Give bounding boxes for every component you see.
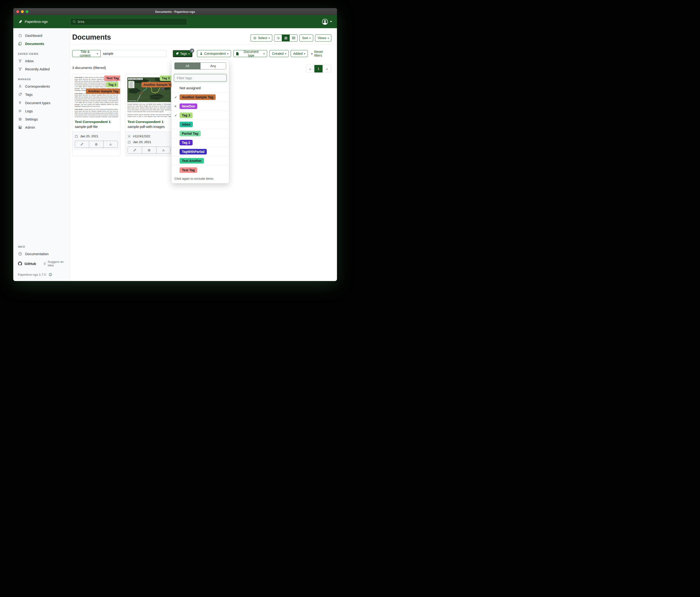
select-button[interactable]: Select ▾ [251,34,272,42]
sidebar-item-github[interactable]: GitHub [18,261,36,266]
sidebar-item-inbox[interactable]: Inbox [13,57,70,65]
sidebar-item-settings[interactable]: Settings [13,115,70,123]
search-field-selector-button[interactable]: Title & content ▾ [72,50,101,57]
view-button[interactable] [89,141,103,147]
pagination-page-1-button[interactable]: 1 [315,65,323,72]
sidebar-item-label: Document types [25,101,50,105]
filter-tags-input[interactable] [174,74,226,81]
sidebar-item-label: Inbox [25,59,34,63]
document-correspondent[interactable]: Test Correspondent 1 [75,120,110,124]
tag-option[interactable]: Test Another [172,157,229,165]
tag-excluded-x-icon: × [174,104,179,108]
tag-option[interactable]: ✓ Another Sample Tag [172,93,229,102]
document-type-filter-button[interactable]: Document type ▾ [233,50,267,57]
download-button[interactable] [104,141,118,147]
tag-option[interactable]: Inbox [172,120,229,129]
tags-filter-button[interactable]: Tags ▾ 3 [173,50,193,57]
sidebar-item-tags[interactable]: Tags [13,90,70,99]
tag-chip: Test Another [179,158,204,164]
sidebar-item-admin[interactable]: Admin [13,123,70,132]
reset-filters-button[interactable]: × Reset filters [311,50,331,57]
edit-button[interactable] [128,147,142,153]
hash-icon: # [18,101,22,105]
sidebar-item-label: Correspondents [25,85,50,88]
asn-barcode-icon [128,135,131,138]
info-circle-icon[interactable] [49,273,52,277]
tags-dropdown-hint: Click again to exclude items. [172,174,229,183]
tag-option[interactable]: Tag 2 [172,138,229,147]
chevron-down-icon: ▾ [269,37,270,39]
sidebar-item-recently-added[interactable]: Recently Added [13,65,70,73]
tag-option[interactable]: × NewOne [172,102,229,111]
views-button[interactable]: Views ▾ [315,34,331,42]
pagination-next-button[interactable]: » [323,65,331,72]
tag-chip[interactable]: Another Sample Tag [141,82,173,87]
brand[interactable]: Paperless-ngx [18,19,70,24]
macos-titlebar: Documents - Paperless-ngx [13,8,337,15]
tags-logic-all-button[interactable]: All [175,63,200,69]
tag-option[interactable]: TagWithPartial [172,147,229,157]
document-card[interactable]: Lorem Ipsum is simply dummy text of the … [72,74,120,156]
sidebar-item-document-types[interactable]: # Document types [13,99,70,107]
view-grid-button[interactable] [282,35,290,41]
sidebar-item-suggest-idea[interactable]: Suggest an idea [43,260,65,267]
sidebar-item-correspondents[interactable]: Correspondents [13,82,70,90]
edit-button[interactable] [75,141,89,147]
chevron-down-icon: ▾ [227,53,228,55]
sidebar-item-logs[interactable]: Logs [13,107,70,115]
app-version: Paperless-ngx 1.7.0 [18,273,46,277]
home-icon [18,33,22,38]
document-title-link[interactable]: Test Correspondent 1: sample-pdf-with-im… [125,117,173,132]
document-created-date: Jan 20, 2021 [80,135,98,138]
tag-chip[interactable]: Another Sample Tag [86,89,120,94]
tag-option[interactable]: ✓ Tag 3 [172,111,229,120]
tag-chip[interactable]: Tag 3 [160,75,172,81]
tags-logic-any-button[interactable]: Any [200,63,226,69]
document-card[interactable]: Boundary Waters Trip Google Earth Curabi… [125,74,173,156]
view-list-button[interactable] [274,35,282,41]
close-icon: × [311,52,313,56]
sidebar-item-documents[interactable]: Documents [13,40,70,48]
gear-icon [18,117,22,121]
user-menu[interactable] [322,19,332,25]
chevron-down-icon [330,21,332,23]
correspondent-filter-button[interactable]: Correspondent ▾ [197,50,231,57]
tag-chip: TagWithPartial [179,149,207,154]
filter-query-input[interactable] [101,50,166,57]
download-button[interactable] [156,147,171,153]
tag-chip[interactable]: Test Tag [104,75,120,81]
added-filter-button[interactable]: Added ▾ [291,50,308,57]
document-correspondent[interactable]: Test Correspondent 1 [128,120,164,124]
view-details-button[interactable] [290,35,297,41]
created-filter-button[interactable]: Created ▾ [270,50,289,57]
global-search[interactable]: brea [70,18,187,25]
view-button[interactable] [142,147,156,153]
filter-funnel-icon [18,59,22,63]
tags-filter-count-badge: 3 [190,48,194,53]
tags-filter-dropdown: All Any Not assigned ✓ Another Sample Ta… [171,59,229,183]
tag-chip[interactable]: Tag 3 [106,82,118,87]
zoom-window-button[interactable] [26,10,28,13]
document-title-link[interactable]: Test Correspondent 1: sample-pdf-file [72,117,120,132]
sort-button[interactable]: Sort ▾ [299,34,313,42]
document-created-date: Jan 20, 2021 [133,140,151,144]
paperless-leaf-icon [18,19,23,24]
traffic-lights [16,10,28,13]
sidebar-item-documentation[interactable]: Documentation [13,250,70,258]
document-preview[interactable]: Boundary Waters Trip Google Earth Curabi… [125,74,173,117]
tag-option-not-assigned[interactable]: Not assigned [172,83,229,93]
tag-option[interactable]: Test Tag [172,165,229,174]
chevron-down-icon: ▾ [328,37,329,39]
tag-option[interactable]: Partial Tag [172,129,229,138]
view-mode-toggle [274,34,298,42]
lightbulb-icon [43,262,46,265]
chevron-down-icon: ▾ [97,53,98,55]
tag-icon [176,52,179,55]
minimize-window-button[interactable] [21,10,24,13]
toggles-icon [18,125,22,129]
document-preview[interactable]: Lorem Ipsum is simply dummy text of the … [72,74,120,117]
sidebar-item-dashboard[interactable]: Dashboard [13,31,70,40]
tag-chip: NewOne [179,103,197,109]
close-window-button[interactable] [16,10,19,13]
pagination-prev-button[interactable]: « [306,65,315,72]
